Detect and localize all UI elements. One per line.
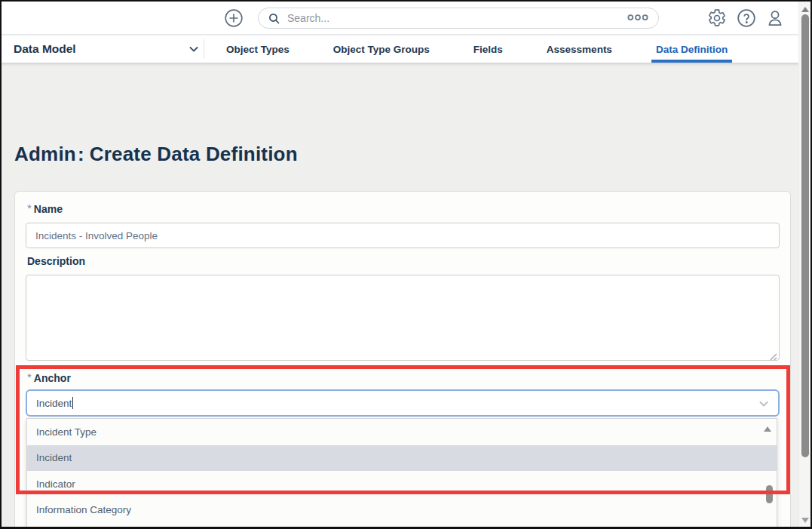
settings-button[interactable] [707, 8, 727, 28]
top-header [2, 2, 798, 35]
page-scrollbar[interactable] [798, 2, 810, 527]
page-title-separator: : [78, 143, 84, 165]
more-options-icon[interactable] [627, 12, 649, 24]
scrollbar-thumb[interactable] [801, 14, 809, 457]
scroll-down-icon[interactable] [801, 518, 809, 523]
tab-object-types[interactable]: Object Types [222, 35, 294, 63]
question-icon [737, 8, 756, 28]
dropdown-item[interactable]: Information Category [27, 497, 777, 524]
anchor-field-label: *Anchor [27, 371, 71, 384]
search-icon [268, 12, 280, 25]
help-button[interactable] [737, 8, 756, 28]
scroll-up-icon[interactable] [801, 7, 809, 12]
anchor-combobox-value: Incident [36, 398, 72, 409]
resize-handle-icon[interactable] [769, 350, 777, 358]
gear-icon [707, 8, 727, 28]
dropdown-item-highlighted[interactable]: Incident [27, 445, 777, 472]
description-field-label: Description [27, 255, 85, 267]
dropdown-item[interactable]: Injury [27, 523, 777, 529]
tab-assessments[interactable]: Assessments [542, 35, 617, 63]
text-cursor [72, 397, 73, 409]
required-asterisk: * [27, 201, 32, 214]
nav-bar: Data Model Object Types Object Type Grou… [2, 35, 798, 63]
required-asterisk: * [27, 371, 32, 383]
person-icon [765, 8, 785, 28]
tab-object-type-groups[interactable]: Object Type Groups [329, 35, 434, 63]
anchor-combobox[interactable]: Incident [26, 389, 780, 417]
add-button[interactable] [224, 8, 244, 28]
nav-divider [204, 39, 204, 59]
name-label-text: Name [34, 203, 63, 215]
dropdown-item[interactable]: Indicator [27, 471, 777, 497]
anchor-dropdown-list: Incident Type Incident Indicator Informa… [26, 418, 777, 529]
anchor-label-text: Anchor [34, 372, 71, 384]
name-field-label: *Name [27, 202, 63, 215]
tab-data-definition[interactable]: Data Definition [651, 35, 732, 63]
tab-strip: Object Types Object Type Groups Fields A… [222, 35, 732, 63]
description-textarea[interactable] [26, 275, 780, 361]
search-bar[interactable] [258, 8, 659, 29]
module-selector[interactable]: Data Model [14, 35, 199, 63]
scroll-up-icon[interactable] [764, 426, 771, 432]
content-area: Admin:Create Data Definition *Name Descr… [2, 63, 798, 528]
name-input[interactable] [26, 223, 780, 248]
user-button[interactable] [765, 8, 785, 28]
search-input[interactable] [287, 12, 627, 24]
tab-fields[interactable]: Fields [469, 35, 507, 63]
dropdown-item[interactable]: Incident Type [27, 419, 777, 445]
dropdown-scrollbar-thumb[interactable] [766, 485, 773, 503]
page-title-prefix: Admin [14, 143, 76, 165]
plus-circle-icon [224, 8, 244, 28]
description-field [26, 275, 780, 361]
module-label: Data Model [14, 42, 76, 56]
app-window: Data Model Object Types Object Type Grou… [0, 0, 812, 529]
page-title-main: Create Data Definition [90, 143, 298, 165]
page-title: Admin:Create Data Definition [14, 143, 298, 166]
description-label-text: Description [27, 255, 85, 267]
chevron-down-icon[interactable] [758, 398, 769, 409]
chevron-down-icon [188, 44, 199, 54]
